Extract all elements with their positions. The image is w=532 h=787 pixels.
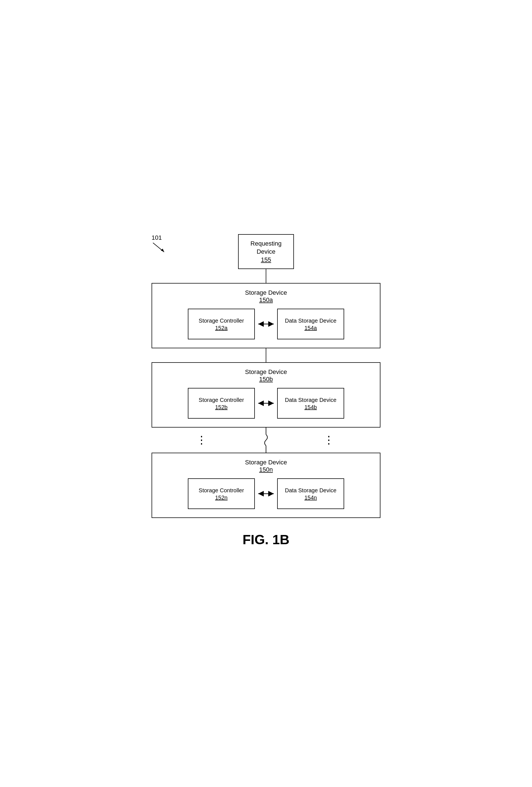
storage-controller-152n-box: Storage Controller 152n xyxy=(188,478,255,509)
connector-150a-to-150b xyxy=(266,348,266,362)
data-storage-device-154a-box: Data Storage Device 154a xyxy=(277,309,344,339)
data-storage-device-154n-box: Data Storage Device 154n xyxy=(277,478,344,509)
storage-device-150b-label: Storage Device 150b xyxy=(161,368,371,383)
storage-device-150b-inner-row: Storage Controller 152b xyxy=(161,388,371,419)
bi-arrow-150a xyxy=(255,320,277,328)
dots-left: ⋮ xyxy=(196,434,209,446)
data-storage-device-154b-title: Data Storage Device xyxy=(285,396,337,404)
bi-arrow-150b xyxy=(255,399,277,408)
storage-controller-152a-box: Storage Controller 152a xyxy=(188,309,255,339)
storage-controller-152n-title: Storage Controller xyxy=(199,487,244,494)
requesting-device-ref: 155 xyxy=(244,256,288,263)
requesting-device-title: RequestingDevice xyxy=(250,240,281,255)
storage-device-150n-label: Storage Device 150n xyxy=(161,459,371,473)
svg-marker-1 xyxy=(161,249,164,252)
diagram-container: 101 RequestingDevice 155 Storage Device … xyxy=(146,217,386,570)
storage-controller-152a-title: Storage Controller xyxy=(199,317,244,324)
data-storage-device-154b-ref: 154b xyxy=(304,404,317,410)
storage-device-150a-label: Storage Device 150a xyxy=(161,289,371,304)
ref-label-101: 101 xyxy=(152,234,162,241)
fig-label: FIG. 1B xyxy=(242,532,290,547)
dots-right: ⋮ xyxy=(323,434,336,446)
bi-arrow-150n xyxy=(255,489,277,498)
data-storage-device-154a-ref: 154a xyxy=(304,325,317,331)
storage-device-150b-ref: 150b xyxy=(259,376,273,383)
storage-controller-152a-ref: 152a xyxy=(215,325,228,331)
arrow-101-icon xyxy=(152,241,167,254)
connector-rd-to-150a xyxy=(266,269,266,283)
storage-controller-152n-ref: 152n xyxy=(215,494,228,501)
storage-device-150a-ref: 150a xyxy=(259,296,273,303)
data-storage-device-154n-ref: 154n xyxy=(304,494,317,501)
data-storage-device-154b-box: Data Storage Device 154b xyxy=(277,388,344,419)
storage-device-150b: Storage Device 150b Storage Controller 1… xyxy=(152,362,380,428)
storage-device-150n-inner-row: Storage Controller 152n xyxy=(161,478,371,509)
storage-device-150n: Storage Device 150n Storage Controller 1… xyxy=(152,453,380,518)
data-storage-device-154n-title: Data Storage Device xyxy=(285,487,337,494)
squiggle-connector-icon xyxy=(260,428,272,453)
storage-device-150n-ref: 150n xyxy=(259,466,273,473)
storage-controller-152b-title: Storage Controller xyxy=(199,396,244,404)
storage-controller-152b-box: Storage Controller 152b xyxy=(188,388,255,419)
storage-controller-152b-ref: 152b xyxy=(215,404,228,410)
data-storage-device-154a-title: Data Storage Device xyxy=(285,317,337,324)
continuation-section: ⋮ ⋮ xyxy=(152,428,380,453)
storage-device-150a-inner-row: Storage Controller 152a xyxy=(161,309,371,339)
requesting-device-box: RequestingDevice 155 xyxy=(238,234,294,269)
storage-device-150a: Storage Device 150a Storage Controller 1… xyxy=(152,283,380,348)
